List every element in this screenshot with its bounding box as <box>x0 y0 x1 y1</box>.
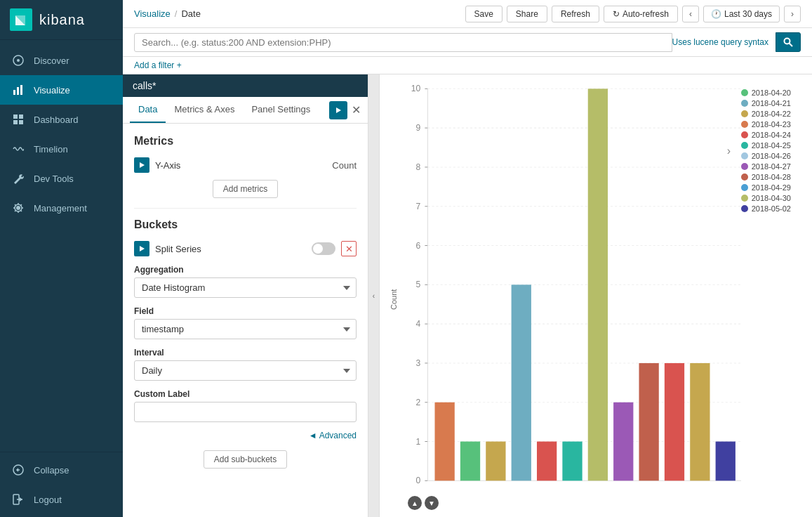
chart-bottom-arrows: ▲ ▼ <box>408 496 439 510</box>
panel-tab-actions: ✕ <box>329 101 361 119</box>
search-input[interactable] <box>142 37 665 48</box>
legend-color-2 <box>741 110 748 117</box>
add-filter-button[interactable]: Add a filter + <box>134 60 182 70</box>
svg-rect-6 <box>20 85 22 95</box>
legend-item-4: 2018-04-24 <box>741 131 791 139</box>
wave-icon <box>11 142 25 156</box>
bar-0 <box>434 403 454 481</box>
sidebar-item-collapse[interactable]: Collapse <box>0 455 123 485</box>
chart-inner: Count 10 9 <box>380 74 812 517</box>
discover-label: Discover <box>34 55 69 66</box>
sidebar-item-devtools[interactable]: Dev Tools <box>0 164 123 193</box>
bar-8 <box>639 363 658 480</box>
search-button[interactable] <box>776 32 801 52</box>
tab-data[interactable]: Data <box>130 97 166 123</box>
compass-icon <box>11 53 25 67</box>
content-area: calls* Data Metrics & Axes Panel Setting… <box>123 74 812 517</box>
add-metrics-button[interactable]: Add metrics <box>213 180 278 198</box>
sidebar-item-discover[interactable]: Discover <box>0 46 123 75</box>
aggregation-select[interactable]: Date Histogram <box>134 277 357 298</box>
legend-item-8: 2018-04-28 <box>741 173 791 181</box>
toggle-switch[interactable] <box>312 242 335 255</box>
bar-6 <box>588 89 608 480</box>
autorefresh-button[interactable]: ↻ Auto-refresh <box>604 6 678 22</box>
search-icon <box>783 37 793 47</box>
chart-prev-button[interactable]: ▲ <box>408 496 422 510</box>
metrics-section-title: Metrics <box>134 135 357 148</box>
sidebar-item-timelion[interactable]: Timelion <box>0 134 123 164</box>
run-button[interactable] <box>329 101 347 119</box>
field-label: Field <box>134 306 357 316</box>
sidebar-item-logout[interactable]: Logout <box>0 485 123 514</box>
legend-label-10: 2018-04-30 <box>752 194 791 202</box>
interval-select[interactable]: Daily <box>134 360 357 381</box>
refresh-button[interactable]: Refresh <box>552 6 599 22</box>
main-content: Visualize / Date Save Share Refresh ↻ Au… <box>123 0 812 517</box>
close-panel-button[interactable]: ✕ <box>352 103 361 117</box>
breadcrumb: Visualize / Date <box>134 8 201 19</box>
svg-text:0: 0 <box>416 476 421 485</box>
legend-label-6: 2018-04-26 <box>752 152 791 160</box>
topbar: Visualize / Date Save Share Refresh ↻ Au… <box>123 0 812 28</box>
legend-label-3: 2018-04-23 <box>752 120 791 129</box>
chart-plot-area: 10 9 8 7 6 <box>401 81 812 517</box>
next-arrow[interactable]: › <box>784 6 801 22</box>
chart-next-button[interactable]: ▼ <box>425 496 439 510</box>
wrench-icon <box>11 171 25 185</box>
add-sub-buckets-button[interactable]: Add sub-buckets <box>204 450 287 469</box>
legend-color-11 <box>741 205 748 212</box>
sidebar-item-management[interactable]: Management <box>0 193 123 223</box>
play-icon <box>138 162 145 169</box>
bar-11 <box>716 442 736 481</box>
chart-y-label: Count <box>387 81 401 517</box>
svg-text:8: 8 <box>416 162 421 172</box>
date-range-picker[interactable]: 🕐 Last 30 days <box>703 6 780 22</box>
breadcrumb-parent[interactable]: Visualize <box>134 8 171 19</box>
gear-icon <box>11 201 25 215</box>
svg-marker-18 <box>336 107 341 113</box>
metric-expand-button[interactable] <box>134 157 149 173</box>
legend-color-7 <box>741 163 748 170</box>
tab-metrics-axes[interactable]: Metrics & Axes <box>166 97 243 123</box>
svg-marker-20 <box>140 246 145 251</box>
panel-title: calls* <box>133 80 156 91</box>
tab-panel-settings[interactable]: Panel Settings <box>243 97 319 123</box>
chart-area: Count 10 9 <box>380 74 812 517</box>
devtools-label: Dev Tools <box>34 174 74 184</box>
advanced-link[interactable]: ◄ Advanced <box>134 431 357 440</box>
prev-arrow[interactable]: ‹ <box>682 6 699 22</box>
visualize-label: Visualize <box>34 85 70 96</box>
panel-body: Metrics Y-Axis Count Add metrics Buckets <box>123 124 368 517</box>
bucket-expand-button[interactable] <box>134 241 149 256</box>
legend-item-7: 2018-04-27 <box>741 162 791 171</box>
delete-bucket-button[interactable]: ✕ <box>341 241 357 256</box>
legend-item-6: 2018-04-26 <box>741 152 791 160</box>
advanced-label: Advanced <box>319 431 357 440</box>
share-button[interactable]: Share <box>507 6 547 22</box>
svg-text:7: 7 <box>416 202 421 211</box>
svg-rect-5 <box>17 87 19 95</box>
bar-9 <box>665 363 684 480</box>
legend-expand-icon[interactable]: › <box>727 145 731 157</box>
bar-1 <box>460 442 480 481</box>
svg-point-3 <box>17 59 20 62</box>
field-select[interactable]: timestamp <box>134 319 357 339</box>
metric-yaxis-value: Count <box>332 160 357 171</box>
kibana-logo-text: kibana <box>39 12 85 28</box>
custom-label-input[interactable] <box>134 402 357 422</box>
sidebar-item-visualize[interactable]: Visualize <box>0 75 123 105</box>
lucene-hint[interactable]: Uses lucene query syntax <box>672 37 768 47</box>
legend-color-3 <box>741 121 748 128</box>
dashboard-label: Dashboard <box>34 114 79 125</box>
save-button[interactable]: Save <box>465 6 502 22</box>
sidebar-item-dashboard[interactable]: Dashboard <box>0 105 123 134</box>
timelion-label: Timelion <box>34 144 68 155</box>
svg-rect-8 <box>19 114 23 119</box>
sidebar-logo: kibana <box>0 0 123 40</box>
collapse-handle[interactable]: ‹ <box>368 74 380 517</box>
aggregation-label: Aggregation <box>134 265 357 275</box>
svg-point-16 <box>785 39 790 44</box>
date-range-label: Last 30 days <box>724 9 772 19</box>
legend-item-5: 2018-04-25 <box>741 141 791 150</box>
filterbar: Add a filter + <box>123 57 812 74</box>
